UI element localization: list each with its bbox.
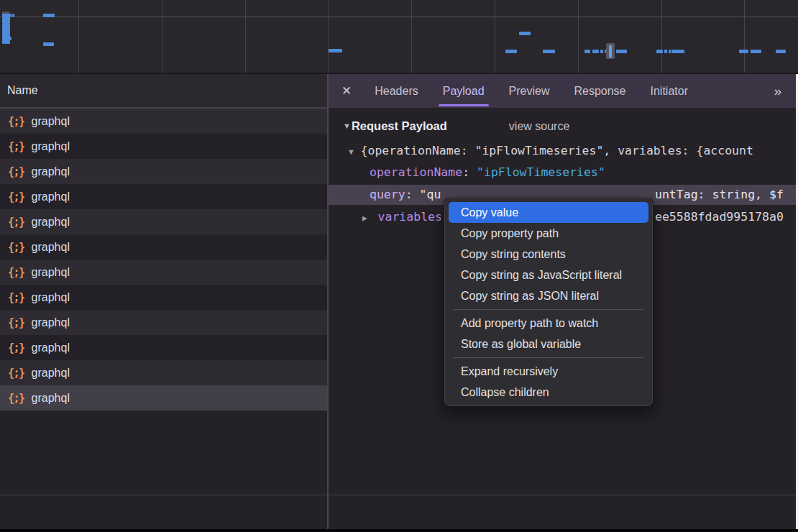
devtools-network-panel: Name {;}graphql{;}graphql{;}graphql{;}gr… — [0, 0, 798, 532]
waterfall-bar — [519, 32, 531, 35]
json-request-icon: {;} — [8, 341, 24, 354]
waterfall-bar — [616, 50, 627, 53]
request-row[interactable]: {;}graphql — [0, 360, 327, 385]
menu-item-copy-string-as-json-literal[interactable]: Copy string as JSON literal — [449, 285, 648, 306]
request-name-label: graphql — [32, 241, 70, 254]
tab-initiator[interactable]: Initiator — [649, 74, 689, 108]
property-key: variables — [378, 210, 449, 224]
collapse-triangle-icon: ▼ — [349, 147, 354, 157]
request-row[interactable]: {;}graphql — [0, 385, 327, 411]
property-key: operationName — [370, 165, 469, 179]
request-row[interactable]: {;}graphql — [0, 234, 327, 260]
request-row[interactable]: {;}graphql — [0, 285, 327, 310]
requests-table: Name {;}graphql{;}graphql{;}graphql{;}gr… — [0, 74, 327, 495]
json-request-icon: {;} — [8, 316, 24, 329]
waterfall-bar — [329, 49, 342, 52]
menu-item-expand-recursively[interactable]: Expand recursively — [449, 361, 648, 382]
request-name-label: graphql — [32, 341, 70, 354]
waterfall-bar — [671, 50, 684, 53]
request-name-label: graphql — [32, 392, 70, 405]
network-overview-timeline[interactable] — [0, 0, 798, 74]
menu-divider — [454, 357, 643, 358]
menu-divider — [454, 309, 643, 310]
expand-triangle-icon: ▶ — [362, 214, 367, 223]
tab-preview[interactable]: Preview — [508, 74, 551, 108]
request-row[interactable]: {;}graphql — [0, 310, 327, 335]
request-name-label: graphql — [32, 367, 70, 380]
json-request-icon: {;} — [8, 140, 24, 153]
request-row[interactable]: {;}graphql — [0, 184, 327, 209]
waterfall-bar — [592, 50, 599, 53]
request-row[interactable]: {;}graphql — [0, 335, 327, 360]
waterfall-bar — [751, 50, 761, 53]
json-request-icon: {;} — [8, 367, 24, 380]
timeline-gridline — [0, 17, 798, 17]
json-request-icon: {;} — [8, 291, 24, 304]
detail-tab-bar: ✕HeadersPayloadPreviewResponseInitiator» — [329, 74, 796, 108]
menu-item-store-as-global-variable[interactable]: Store as global variable — [449, 334, 648, 354]
request-row[interactable]: {;}graphql — [0, 109, 327, 134]
view-source-link[interactable]: view source — [509, 120, 569, 133]
timeline-gridline — [245, 0, 246, 73]
request-name-label: graphql — [32, 291, 70, 304]
request-name-label: graphql — [32, 266, 70, 279]
request-row[interactable]: {;}graphql — [0, 209, 327, 234]
request-rows: {;}graphql{;}graphql{;}graphql{;}graphql… — [0, 109, 327, 411]
property-key: query — [370, 188, 413, 201]
selected-request-marker-bar — [609, 45, 612, 58]
request-row[interactable]: {;}graphql — [0, 260, 327, 285]
waterfall-bar — [2, 40, 10, 44]
summary-bar-divider — [0, 495, 796, 495]
section-title: Request Payload — [352, 119, 447, 133]
timeline-gridline — [661, 0, 662, 73]
payload-row-variables[interactable]: ▶ variables — [362, 208, 449, 226]
json-request-icon: {;} — [8, 216, 24, 229]
menu-item-copy-string-as-javascript-literal[interactable]: Copy string as JavaScript literal — [449, 265, 648, 285]
menu-item-add-property-path-to-watch[interactable]: Add property path to watch — [449, 313, 648, 334]
bottom-strip — [0, 529, 798, 532]
menu-item-copy-value[interactable]: Copy value — [449, 202, 648, 223]
menu-item-copy-string-contents[interactable]: Copy string contents — [449, 244, 648, 265]
timeline-gridline — [495, 0, 495, 73]
timeline-gridline — [162, 0, 162, 73]
menu-item-copy-property-path[interactable]: Copy property path — [449, 223, 648, 244]
payload-preview-text: {operationName: "ipFlowTimeseries", vari… — [361, 144, 753, 157]
timeline-gridline — [744, 0, 745, 73]
close-detail-button[interactable]: ✕ — [341, 83, 352, 98]
json-request-icon: {;} — [8, 115, 24, 128]
tab-payload[interactable]: Payload — [441, 74, 486, 108]
network-main-area: Name {;}graphql{;}graphql{;}graphql{;}gr… — [0, 74, 798, 529]
timeline-gridline — [78, 0, 79, 73]
property-value-right: untTag: string, $f — [655, 188, 784, 201]
payload-preview-row[interactable]: ▼ {operationName: "ipFlowTimeseries", va… — [349, 142, 753, 160]
json-request-icon: {;} — [8, 241, 24, 254]
variables-preview-fragment: ee5588fdad995178a0 — [655, 208, 784, 226]
more-tabs-button[interactable]: » — [774, 83, 780, 99]
waterfall-bar — [656, 50, 663, 53]
request-name-label: graphql — [32, 216, 70, 229]
menu-item-collapse-children[interactable]: Collapse children — [449, 382, 648, 403]
request-name-label: graphql — [32, 115, 70, 128]
waterfall-bar — [664, 50, 667, 53]
request-row[interactable]: {;}graphql — [0, 134, 327, 159]
request-row[interactable]: {;}graphql — [0, 159, 327, 184]
waterfall-bar — [12, 14, 14, 17]
payload-row-operationname[interactable]: operationName "ipFlowTimeseries" — [370, 164, 605, 181]
tab-response[interactable]: Response — [572, 74, 627, 108]
name-column-header[interactable]: Name — [0, 74, 327, 109]
property-value-left: "qu — [420, 188, 441, 201]
waterfall-bar — [543, 50, 555, 53]
waterfall-bar — [600, 50, 603, 53]
tab-headers[interactable]: Headers — [373, 74, 419, 108]
waterfall-bar — [739, 50, 748, 53]
waterfall-bar — [669, 50, 671, 53]
context-menu: Copy valueCopy property pathCopy string … — [444, 198, 653, 406]
waterfall-bar — [584, 50, 590, 53]
waterfall-bar — [505, 50, 517, 53]
name-column-label: Name — [7, 84, 38, 97]
timeline-gridline — [578, 0, 579, 73]
request-name-label: graphql — [32, 165, 70, 178]
waterfall-bar — [776, 50, 786, 53]
request-payload-section[interactable]: ▼Request Payload view source — [343, 119, 569, 133]
waterfall-bar — [43, 42, 54, 46]
